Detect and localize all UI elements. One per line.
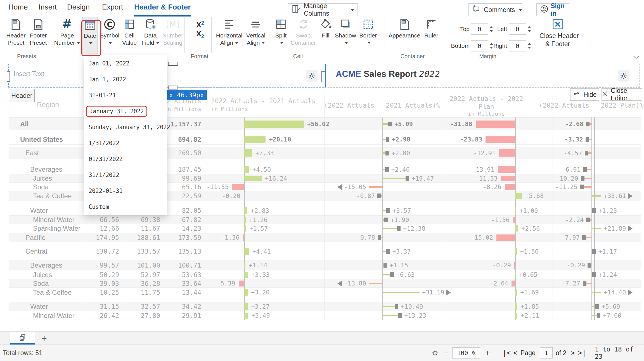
date-menu-item[interactable]: 31/1/2022 xyxy=(84,167,167,183)
ribbon-button-swap-container[interactable]: SwapContainer xyxy=(289,17,317,54)
sheet-tab[interactable] xyxy=(10,332,35,343)
comments-button[interactable]: Comments xyxy=(468,3,522,16)
cell-settings-button[interactable] xyxy=(618,70,629,82)
header-cell-right[interactable]: ACME Sales Report 2022 xyxy=(326,64,640,87)
variance-pct-cell: +14.40 xyxy=(553,288,641,297)
variance-bar-cell: +7.33 xyxy=(207,147,325,159)
resize-handle[interactable] xyxy=(168,86,178,89)
clipped-right-arrow-icon xyxy=(628,225,633,232)
hide-button[interactable]: Hide xyxy=(570,88,599,101)
pct-marker xyxy=(398,313,402,318)
cell-settings-button[interactable] xyxy=(306,70,318,82)
variance-pct-cell: -13.80 xyxy=(325,279,448,288)
pct-group: +1.24 xyxy=(591,270,617,279)
next-page-button[interactable]: > xyxy=(571,345,575,361)
date-menu-item[interactable]: 1/31/2022 xyxy=(84,135,167,151)
variance-pct-cell: -0.29 xyxy=(553,260,641,270)
ribbon-button-footer-preset[interactable]: FooterPreset xyxy=(29,17,48,54)
first-page-button[interactable]: |< xyxy=(503,345,511,361)
pct-value: -10.20 xyxy=(556,175,578,182)
pct-marker xyxy=(386,249,390,254)
resize-handle[interactable] xyxy=(7,71,10,82)
ribbon-button-horizontal-align[interactable]: HorizontalAlign xyxy=(215,17,244,54)
pct-group: +19.47 xyxy=(382,174,434,183)
manage-columns-button[interactable]: Manage Columns xyxy=(288,3,358,16)
pct-line xyxy=(591,292,601,293)
ribbon-button-cell-value[interactable]: CellValue xyxy=(121,17,138,54)
row-label: United States xyxy=(20,134,63,145)
date-menu-item[interactable]: 01/31/2022 xyxy=(84,151,167,167)
date-menu-item[interactable]: Jan 01, 2022 xyxy=(84,55,167,71)
resize-handle[interactable] xyxy=(321,71,325,82)
ribbon-button-data-field[interactable]: DataField xyxy=(140,17,160,54)
previous-page-button[interactable]: < xyxy=(513,345,517,361)
sign-in-button[interactable]: Sign in xyxy=(536,3,569,16)
resize-handle[interactable] xyxy=(168,62,178,66)
date-menu-item[interactable]: 31-01-21 xyxy=(84,87,167,103)
pct-group: +3.37 xyxy=(382,247,411,256)
zoom-out-button[interactable]: − xyxy=(443,345,448,361)
margin-right-input[interactable]: 0 xyxy=(509,40,526,51)
tab-header-footer[interactable]: Header & Footer xyxy=(134,3,191,16)
row-label: Central xyxy=(25,247,47,256)
pct-value: +2.80 xyxy=(392,150,410,157)
ribbon-button-shadow[interactable]: Shadow xyxy=(334,17,357,54)
pct-line xyxy=(591,265,591,266)
margin-left-stepper[interactable] xyxy=(527,23,532,35)
hide-label: Hide xyxy=(583,91,596,98)
table-row: Sparkling Water12.6611.6714.23+1.57+2.56… xyxy=(9,224,641,233)
variance-pct-cell: +1.15 xyxy=(325,260,448,270)
variance-value: -31.88 xyxy=(448,118,472,130)
page-number-input[interactable]: 1 xyxy=(540,347,553,358)
margin-left-label: Left xyxy=(473,26,507,32)
ribbon-button-symbol[interactable]: CSymbol xyxy=(99,17,120,54)
ribbon-button-header-preset[interactable]: HeaderPreset xyxy=(5,17,27,54)
ribbon-button-number-scaling[interactable]: [M]NumberScaling xyxy=(161,17,184,54)
variance-value: -2.64 xyxy=(448,279,508,288)
margin-left-input[interactable]: 0 xyxy=(509,23,526,35)
subscript-button[interactable]: X2 xyxy=(193,29,207,41)
close-editor-button[interactable]: Close Editor xyxy=(602,88,642,101)
number-scaling-icon: [M] xyxy=(162,17,183,32)
cell-value: 39.03 xyxy=(80,279,119,288)
ribbon-button-vertical-align[interactable]: VerticalAlign xyxy=(245,17,267,54)
ribbon-button-appearance[interactable]: Appearance xyxy=(387,17,421,54)
ribbon-button-border[interactable]: Border xyxy=(358,17,378,54)
cell-value: 11.75 xyxy=(121,288,160,297)
add-sheet-button[interactable]: + xyxy=(39,332,50,345)
variance-pct-cell: +12.38 xyxy=(325,224,448,233)
ribbon-button-fill[interactable]: Fill xyxy=(318,17,333,54)
pct-marker xyxy=(595,304,599,309)
collapse-ribbon-icon[interactable] xyxy=(632,55,640,59)
zoom-in-button[interactable]: + xyxy=(485,345,490,361)
chevron-down-icon xyxy=(345,42,348,44)
pct-marker xyxy=(592,272,596,277)
variance-bar xyxy=(243,234,244,241)
tab-design[interactable]: Design xyxy=(67,3,90,15)
close-header-footer-button[interactable]: Close Header & Footer xyxy=(539,17,576,48)
pct-line xyxy=(369,283,382,284)
column-header-delta-plan-2: Plan xyxy=(479,103,494,110)
date-menu-item[interactable]: 2022-01-31 xyxy=(84,183,167,199)
superscript-button[interactable]: X2 xyxy=(193,18,207,29)
date-menu-item[interactable]: Jan 1, 2022 xyxy=(84,71,167,87)
date-menu-item[interactable]: Sunday, January 31, 2022 xyxy=(84,119,167,135)
cell-value: 53.63 xyxy=(162,270,201,279)
date-menu-item[interactable]: Custom xyxy=(84,199,167,215)
date-menu-item[interactable]: January 31, 2022 xyxy=(84,103,167,119)
pct-marker xyxy=(388,122,392,126)
margin-right-stepper[interactable] xyxy=(527,40,532,51)
table-settings-button[interactable] xyxy=(430,345,439,361)
variance-value: +1.85 xyxy=(520,302,539,311)
header-cell-middle[interactable] xyxy=(166,64,326,88)
pct-value: +10.49 xyxy=(401,303,423,310)
pct-marker xyxy=(384,218,388,222)
pct-group: +7.60 xyxy=(591,311,621,320)
zoom-level-value[interactable]: 100 % xyxy=(452,347,480,358)
tab-export[interactable]: Export xyxy=(102,3,123,15)
ribbon-button-split[interactable]: Split xyxy=(273,17,288,54)
last-page-button[interactable]: >| xyxy=(578,345,586,361)
tab-insert[interactable]: Insert xyxy=(39,3,57,15)
tab-home[interactable]: Home xyxy=(8,3,28,15)
ribbon-button-page-number[interactable]: #PageNumber xyxy=(53,17,81,54)
